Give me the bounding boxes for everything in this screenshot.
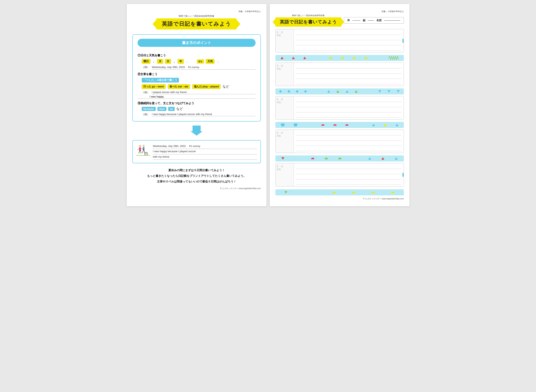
semi-y1 [329, 57, 332, 59]
point1-title: ①日付と天気を書こう [138, 54, 256, 57]
tag-went: 行った go→went [142, 84, 166, 89]
entry-5-line4 [296, 181, 402, 185]
deco-shapes-4 [275, 157, 404, 160]
zigzag-1 [389, 56, 399, 60]
footer2: もっと書きたくなったら日記帳をプリントアウトしてたくさん書いてみよう。 [132, 173, 261, 179]
point2-example2-text: I was happy. [150, 95, 164, 98]
entry-1-line4 [296, 47, 402, 51]
point1-example-label: （例） [142, 65, 150, 69]
diary-entry-4: 月 日 天気 [275, 130, 404, 153]
diamond-2 [287, 90, 290, 93]
entry-2-line3 [296, 75, 402, 79]
tri-red-down-1 [281, 157, 284, 160]
shape-blue-1 [281, 124, 285, 126]
deco-strip-1 [275, 55, 404, 61]
left-title-area: 簡単で楽しい！英語de自由研究特集 英語で日記を書いてみよう [132, 14, 261, 29]
left-subtitle: 簡単で楽しい！英語de自由研究特集 [132, 14, 261, 18]
tag-weather: 天気 [206, 59, 214, 64]
deco-strip-2 [275, 89, 404, 94]
svg-marker-0 [190, 126, 203, 136]
comma2: ， [173, 59, 176, 64]
right-target: 対象：小学校中学年以上 [275, 10, 404, 13]
entry-5-left: 月 日 天気 [275, 163, 294, 186]
diamond-4 [304, 90, 307, 93]
entry-2-line1 [296, 64, 402, 68]
entry-4-line1 [296, 131, 402, 135]
tri-red-2 [292, 57, 295, 59]
section-header: 書き方のポイント [138, 39, 256, 47]
semi-y-f2 [352, 191, 355, 193]
diary-entry-2: 月 日 天気 [275, 63, 404, 86]
tag-then: then [157, 107, 166, 111]
entry-2-left: 月 日 天気 [275, 63, 294, 86]
tag-its: It's [197, 59, 204, 64]
entry-2-line2 [296, 70, 402, 74]
svg-point-1 [139, 145, 141, 147]
left-title-text: 英語で日記を書いてみよう [162, 21, 231, 27]
svg-line-6 [141, 149, 143, 149]
tri-red-5 [381, 157, 384, 160]
entry-4-right [294, 130, 404, 153]
diary-entry-1: 月 日 天気 [275, 29, 404, 52]
example-line1: Wednesday, July 26th, 2022. It's sunny. [153, 144, 257, 149]
nado3: など [176, 107, 183, 111]
footer-text: 夏休みの間にまずは５日間分書いてみよう！ もっと書きたくなったら日記帳をプリント… [132, 167, 261, 184]
tri-blue-6 [395, 157, 398, 160]
section-header-wrap: 書き方のポイント [138, 39, 256, 51]
tri-down-2 [388, 90, 390, 93]
entry-4-line4 [296, 147, 402, 151]
point3-title: ③接続詞を使って、文と文をつなげてみよう [138, 102, 256, 105]
deco-shapes-2 [275, 90, 404, 93]
tri-blue-2 [346, 90, 349, 93]
example-content: Wednesday, July 26th, 2022. It's sunny. … [153, 144, 257, 160]
entry-3-line3 [296, 108, 402, 112]
comma1: ， [152, 59, 155, 64]
right-title-text: 英語で日記を書いてみよう [280, 19, 337, 24]
semi-pink-3 [345, 124, 349, 126]
tag-so: so [168, 107, 175, 111]
entry-5-line3 [296, 175, 402, 179]
right-subtitle: 簡単で楽しい！英語de自由研究特集 [292, 14, 324, 17]
tag-weekday: 曜日 [142, 59, 151, 64]
tag-day: 日 [165, 59, 171, 64]
tri-down-3 [397, 90, 400, 93]
entry-4-line3 [296, 142, 402, 146]
tri-blue-3 [372, 124, 375, 126]
name-year-label: 年 [347, 19, 350, 22]
left-target: 対象：小学校中学年以上 [132, 10, 261, 13]
deco-shapes-5 [275, 191, 404, 194]
tri-red-1 [281, 57, 284, 59]
semi-g-1 [325, 158, 328, 159]
diary-entries-wrap: 月 日 天気 [275, 29, 404, 195]
tag-year: 年 [178, 59, 184, 64]
point2-subtitle-row: 「〜した」➡過去形で書こう [138, 78, 256, 83]
entry-5-right [294, 163, 404, 186]
semi-y3 [353, 57, 356, 59]
semi-pink-1 [321, 124, 324, 126]
entry-1-left: 月 日 天気 [275, 29, 294, 52]
section-box: 書き方のポイント ①日付と天気を書こう 曜日 ， 月 日 ， 年 ． It's … [132, 34, 261, 121]
nado2: など [223, 84, 229, 89]
arrow-down-icon [132, 126, 261, 137]
tri-yellow-1 [384, 124, 387, 126]
right-title-banner: 英語で日記を書いてみよう [275, 17, 342, 27]
entry-2-line4 [296, 80, 402, 84]
point1-tags-row: 曜日 ， 月 日 ， 年 ． It's 天気 ． [138, 59, 256, 64]
shape-blue-2 [294, 124, 298, 126]
period2: ． [216, 59, 219, 64]
tag-because: because [142, 107, 156, 111]
tri-green-2 [355, 90, 358, 93]
entry-4-line2 [296, 137, 402, 141]
entry-3-line2 [296, 103, 402, 107]
soccer-illustration [136, 144, 150, 158]
tag-past-tense: 「〜した」➡過去形で書こう [142, 78, 179, 83]
tri-down-1 [378, 90, 381, 93]
entry-1-right [294, 29, 404, 52]
name-name-label: 名前 [376, 19, 382, 22]
deco-strip-5 [275, 189, 404, 195]
point3-example-text: I was happy because I played soccer with… [152, 113, 256, 116]
entry-3-left: 月 日 天気 [275, 96, 294, 119]
point3-example-line: （例） I was happy because I played soccer … [138, 113, 256, 116]
diamond-1 [279, 90, 282, 93]
diary-entry-3: 月 日 天気 [275, 96, 404, 120]
